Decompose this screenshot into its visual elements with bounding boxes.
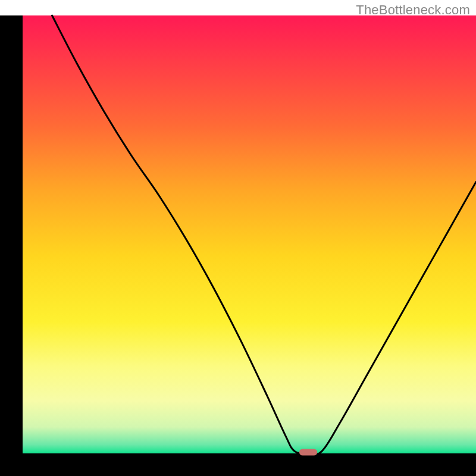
minimum-marker <box>299 449 317 455</box>
chart-container: TheBottleneck.com <box>0 0 476 476</box>
bottleneck-chart <box>0 0 476 476</box>
plot-background <box>23 15 476 453</box>
axis-left-band <box>0 0 23 476</box>
watermark-text: TheBottleneck.com <box>356 2 470 18</box>
axis-bottom-band <box>0 453 476 476</box>
